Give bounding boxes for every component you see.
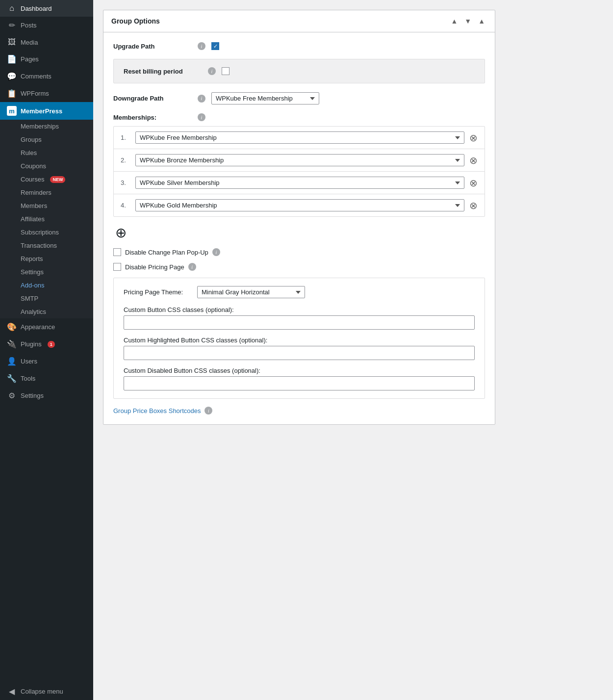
group-options-panel: Group Options ▲ ▼ ▲ Upgrade Path i Reset…	[103, 10, 495, 425]
panel-title: Group Options	[111, 17, 160, 25]
settings-label: Settings	[21, 268, 44, 276]
sidebar-item-smtp[interactable]: SMTP	[7, 292, 93, 305]
sidebar-item-reports[interactable]: Reports	[7, 252, 93, 265]
sidebar-item-appearance[interactable]: 🎨 Appearance	[0, 318, 93, 336]
panel-arrow-up-button[interactable]: ▲	[449, 16, 460, 26]
wpforms-icon: 📋	[7, 89, 17, 98]
reminders-label: Reminders	[21, 189, 51, 196]
membership-select-2[interactable]: WPKube Free Membership WPKube Bronze Mem…	[135, 154, 464, 166]
custom-disabled-input[interactable]	[124, 376, 475, 390]
memberpress-icon: m	[7, 106, 17, 116]
groups-label: Groups	[21, 136, 42, 143]
membership-row-1: 1. WPKube Free Membership WPKube Bronze …	[114, 127, 485, 149]
custom-highlighted-input[interactable]	[124, 346, 475, 360]
sidebar-item-pages[interactable]: 📄 Pages	[0, 51, 93, 68]
membership-remove-button-1[interactable]: ⊗	[469, 133, 478, 143]
disable-pricing-info-icon[interactable]: i	[188, 263, 196, 271]
membership-remove-button-2[interactable]: ⊗	[469, 156, 478, 165]
courses-label: Courses	[21, 176, 44, 183]
panel-arrow-down-button[interactable]: ▼	[462, 16, 473, 26]
shortcodes-row: Group Price Boxes Shortcodes i	[113, 407, 485, 415]
disable-pricing-label: Disable Pricing Page	[125, 263, 184, 271]
custom-button-input[interactable]	[124, 315, 475, 330]
disable-change-plan-info-icon[interactable]: i	[212, 248, 220, 256]
panel-header: Group Options ▲ ▼ ▲	[103, 10, 495, 32]
coupons-label: Coupons	[21, 162, 46, 170]
membership-select-3[interactable]: WPKube Free Membership WPKube Bronze Mem…	[135, 177, 464, 189]
smtp-label: SMTP	[21, 295, 38, 302]
panel-body: Upgrade Path i Reset billing period i Do…	[103, 32, 495, 424]
sidebar-item-posts[interactable]: ✏ Posts	[0, 17, 93, 34]
downgrade-path-info-icon[interactable]: i	[198, 95, 205, 103]
disable-change-plan-label: Disable Change Plan Pop-Up	[125, 249, 208, 256]
membership-row-2: 2. WPKube Free Membership WPKube Bronze …	[114, 149, 485, 172]
downgrade-path-label: Downgrade Path	[113, 95, 192, 102]
pricing-subpanel: Pricing Page Theme: Minimal Gray Horizon…	[113, 278, 485, 399]
sidebar-item-wpforms[interactable]: 📋 WPForms	[0, 85, 93, 102]
memberships-header-row: Memberships: i	[113, 113, 485, 121]
membership-remove-button-4[interactable]: ⊗	[469, 201, 478, 210]
memberships-info-icon[interactable]: i	[198, 113, 205, 121]
reset-billing-label: Reset billing period	[124, 68, 202, 75]
main-content: Group Options ▲ ▼ ▲ Upgrade Path i Reset…	[93, 0, 613, 700]
membership-select-1[interactable]: WPKube Free Membership WPKube Bronze Mem…	[135, 131, 464, 144]
sidebar-item-settings-wp[interactable]: ⚙ Settings	[0, 387, 93, 404]
membership-row-4: 4. WPKube Free Membership WPKube Bronze …	[114, 194, 485, 216]
membership-num-2: 2.	[121, 156, 130, 164]
sidebar-item-analytics[interactable]: Analytics	[7, 305, 93, 318]
appearance-icon: 🎨	[7, 322, 17, 332]
upgrade-path-label: Upgrade Path	[113, 43, 192, 50]
affiliates-label: Affiliates	[21, 215, 45, 223]
sidebar-item-plugins[interactable]: 🔌 Plugins 1	[0, 336, 93, 353]
membership-select-4[interactable]: WPKube Free Membership WPKube Bronze Mem…	[135, 199, 464, 211]
custom-button-label: Custom Button CSS classes (optional):	[124, 306, 475, 313]
sidebar-item-label: WPForms	[21, 90, 49, 97]
sidebar-item-reminders[interactable]: Reminders	[7, 186, 93, 199]
sidebar-item-comments[interactable]: 💬 Comments	[0, 68, 93, 85]
sidebar-item-members[interactable]: Members	[7, 199, 93, 212]
sidebar-item-dashboard[interactable]: ⌂ Dashboard	[0, 0, 93, 17]
downgrade-path-select[interactable]: WPKube Free Membership WPKube Bronze Mem…	[211, 92, 319, 104]
sidebar-item-tools[interactable]: 🔧 Tools	[0, 370, 93, 387]
courses-new-badge: NEW	[50, 176, 65, 183]
sidebar-item-memberpress[interactable]: m MemberPress	[0, 102, 93, 120]
tools-icon: 🔧	[7, 374, 17, 383]
disable-change-plan-checkbox[interactable]	[113, 248, 121, 256]
collapse-label: Collapse menu	[21, 688, 63, 695]
pricing-theme-select[interactable]: Minimal Gray Horizontal Default Classic …	[197, 286, 305, 298]
addons-label: Add-ons	[21, 282, 44, 289]
sidebar-item-transactions[interactable]: Transactions	[7, 239, 93, 252]
sidebar-item-coupons[interactable]: Coupons	[7, 159, 93, 173]
panel-collapse-button[interactable]: ▲	[476, 16, 487, 26]
sidebar-item-groups[interactable]: Groups	[7, 133, 93, 146]
sidebar: ⌂ Dashboard ✏ Posts 🖼 Media 📄 Pages 💬 Co…	[0, 0, 93, 700]
shortcodes-link[interactable]: Group Price Boxes Shortcodes	[113, 407, 201, 415]
sidebar-item-rules[interactable]: Rules	[7, 146, 93, 159]
upgrade-path-checkbox[interactable]	[211, 42, 219, 50]
sidebar-item-subscriptions[interactable]: Subscriptions	[7, 226, 93, 239]
memberpress-label: MemberPress	[21, 107, 62, 115]
add-membership-button[interactable]: ⊕	[113, 226, 128, 240]
sidebar-item-memberships[interactable]: Memberships	[7, 120, 93, 133]
sidebar-item-media[interactable]: 🖼 Media	[0, 34, 93, 51]
sidebar-item-affiliates[interactable]: Affiliates	[7, 212, 93, 226]
reset-billing-info-icon[interactable]: i	[208, 67, 216, 75]
sidebar-item-users[interactable]: 👤 Users	[0, 353, 93, 370]
shortcodes-info-icon[interactable]: i	[204, 407, 212, 415]
sidebar-item-label: Comments	[21, 73, 51, 80]
memberpress-subitems: Memberships Groups Rules Coupons Courses…	[0, 120, 93, 318]
sidebar-item-courses[interactable]: Courses NEW	[7, 173, 93, 186]
plugins-label: Plugins	[21, 340, 42, 348]
sidebar-item-label: Posts	[21, 22, 37, 29]
sidebar-item-addons[interactable]: Add-ons	[7, 279, 93, 292]
posts-icon: ✏	[7, 21, 17, 30]
disable-pricing-checkbox[interactable]	[113, 263, 121, 271]
settings-wp-label: Settings	[21, 392, 44, 399]
collapse-icon: ◀	[7, 687, 17, 696]
sidebar-collapse-item[interactable]: ◀ Collapse menu	[0, 683, 93, 700]
upgrade-path-info-icon[interactable]: i	[198, 42, 205, 50]
sidebar-item-settings[interactable]: Settings	[7, 265, 93, 279]
custom-disabled-label: Custom Disabled Button CSS classes (opti…	[124, 367, 475, 374]
reset-billing-checkbox[interactable]	[222, 67, 230, 75]
membership-remove-button-3[interactable]: ⊗	[469, 178, 478, 188]
